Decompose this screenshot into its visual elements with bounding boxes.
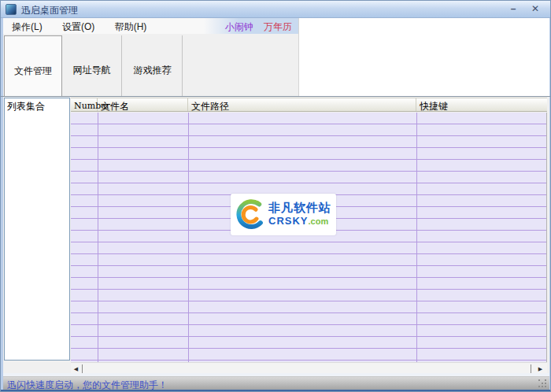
quick-links: 小闹钟 万年历 xyxy=(217,20,292,34)
tab-game-recommend[interactable]: 游戏推荐 xyxy=(123,35,183,96)
list-item-collection[interactable]: 列表集合 xyxy=(5,98,69,115)
top-right-panel xyxy=(298,18,549,96)
app-window: 迅启桌面管理 – ✕ 操作(L) 设置(O) 帮助(H) 小闹钟 万年历 文件管… xyxy=(0,0,551,392)
link-calendar[interactable]: 万年历 xyxy=(264,21,292,32)
column-header-hotkey[interactable]: 快捷键 xyxy=(416,98,547,111)
table-header: Number 文件名 文件路径 快捷键 xyxy=(71,98,547,112)
tab-label: 文件管理 xyxy=(5,65,61,78)
menu-operate[interactable]: 操作(L) xyxy=(3,18,51,34)
watermark-site-name: 非凡软件站 xyxy=(268,202,331,214)
scrollbar-divider xyxy=(82,364,83,373)
tab-file-management[interactable]: 文件管理 xyxy=(4,35,62,96)
watermark-domain-suffix: .com xyxy=(309,216,329,226)
statusbar: 迅闪快速度启动，您的文件管理助手！ xyxy=(3,376,549,390)
tab-label: 网址导航 xyxy=(62,64,121,77)
resize-grip-icon[interactable] xyxy=(538,379,546,387)
titlebar: 迅启桌面管理 – ✕ xyxy=(1,1,551,18)
app-icon xyxy=(6,4,17,15)
menu-help[interactable]: 帮助(H) xyxy=(106,18,156,34)
menubar: 操作(L) 设置(O) 帮助(H) 小闹钟 万年历 xyxy=(3,18,298,34)
scrollbar-divider xyxy=(531,364,531,373)
tab-label: 游戏推荐 xyxy=(123,64,182,77)
column-header-filepath[interactable]: 文件路径 xyxy=(188,98,416,111)
list-collection-panel[interactable]: 列表集合 xyxy=(4,98,70,361)
column-header-filename[interactable]: 文件名 xyxy=(98,98,188,111)
watermark-brand: CRSKY xyxy=(268,215,309,227)
column-header-number[interactable]: Number xyxy=(71,98,98,111)
column-line xyxy=(416,113,417,362)
menu-settings[interactable]: 设置(O) xyxy=(54,18,103,34)
close-button[interactable]: ✕ xyxy=(527,2,544,16)
toolbar: 文件管理 网址导航 游戏推荐 xyxy=(3,34,298,96)
link-alarm-clock[interactable]: 小闹钟 xyxy=(225,21,253,32)
column-line xyxy=(98,113,98,362)
table-body: 非凡软件站 CRSKY.com xyxy=(71,113,547,362)
crsky-logo-icon xyxy=(235,198,264,232)
horizontal-scrollbar[interactable]: ◀ ▶ xyxy=(71,362,547,374)
column-line xyxy=(188,113,189,362)
crsky-watermark: 非凡软件站 CRSKY.com xyxy=(231,194,336,235)
main-area: 列表集合 Number 文件名 文件路径 快捷键 xyxy=(3,97,549,376)
watermark-text: 非凡软件站 CRSKY.com xyxy=(268,202,331,227)
window-title: 迅启桌面管理 xyxy=(21,4,78,17)
minimize-button[interactable]: – xyxy=(505,2,522,16)
tab-url-navigation[interactable]: 网址导航 xyxy=(62,35,122,96)
